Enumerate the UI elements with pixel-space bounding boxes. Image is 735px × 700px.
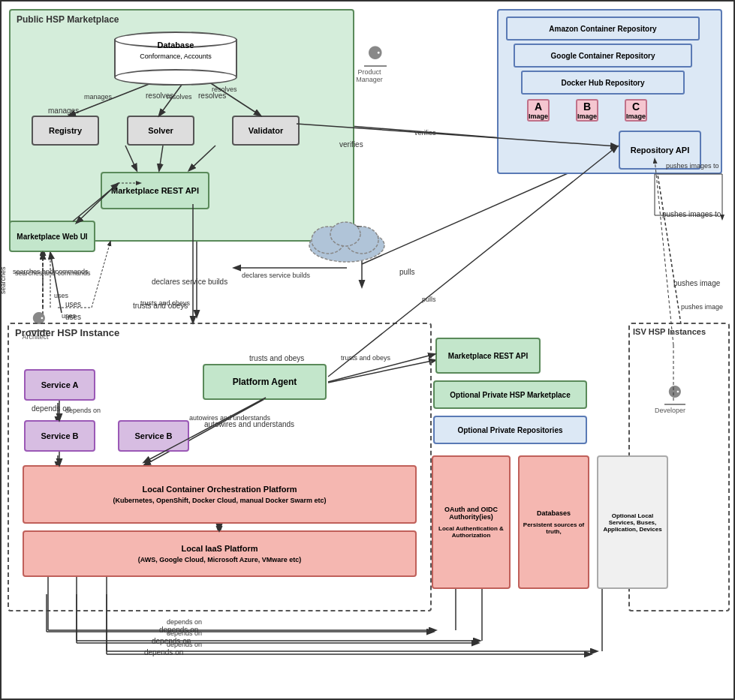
declares-service-builds-label: declares service builds [152, 278, 227, 286]
validator-box: Validator [232, 116, 300, 146]
marketplace-rest-api-2-box: Marketplace REST API [435, 338, 541, 374]
local-container-box: Local Container Orchestration Platform (… [23, 465, 417, 524]
resolves2-label: resolves [198, 92, 226, 100]
trusts-obeys1-label: trusts and obeys [133, 302, 188, 310]
public-hsp-label: Public HSP Marketplace [17, 14, 119, 25]
google-repo-layer: Google Container Repository [514, 44, 692, 68]
image-c-box: C Image [625, 99, 647, 122]
provider-hsp-label: Provider HSP Instance [15, 327, 119, 338]
depends-on1-label: depends on [159, 626, 198, 634]
depends-on3-label: depends on [144, 648, 183, 656]
svg-text:searches: searches [2, 266, 7, 294]
uses1-label: uses [65, 300, 81, 308]
resolves1-label: resolves [146, 92, 173, 100]
solver-box: Solver [127, 116, 194, 146]
svg-point-31 [330, 222, 360, 246]
svg-text:pulls: pulls [422, 296, 436, 303]
region-public-hsp: Public HSP Marketplace Database Conforma… [9, 9, 354, 242]
verifies-label: verifies [339, 140, 363, 149]
marketplace-rest-api-box: Marketplace REST API [101, 172, 209, 209]
pushes-images-to-label: pushes images to [662, 210, 721, 218]
region-container-repos: Amazon Container Repository Google Conta… [497, 9, 722, 174]
searches-commands-label: searches and commands [13, 268, 89, 275]
svg-text:pushes image: pushes image [681, 303, 723, 311]
databases-box: Databases Persistent sources of truth, [518, 455, 589, 589]
cloud-shape [302, 212, 392, 264]
amazon-repo-layer: Amazon Container Repository [506, 17, 700, 41]
database-sublabel: Conformance, Accounts [114, 53, 237, 60]
optional-private-repos-box: Optional Private Repositories [433, 416, 587, 444]
manages-label: manages [48, 107, 79, 115]
service-a-box: Service A [24, 369, 95, 401]
image-a-box: A Image [527, 99, 550, 122]
svg-line-52 [92, 242, 110, 308]
product-manager-person: ⚈ Product Manager [358, 43, 392, 83]
oauth-box: OAuth and OIDC Authority(ies) Local Auth… [432, 455, 511, 589]
optional-local-box: Optional Local Services, Buses, Applicat… [597, 455, 668, 589]
docker-repo-layer: Docker Hub Repository [521, 71, 685, 95]
image-b-box: B Image [576, 99, 598, 122]
marketplace-web-ui-box: Marketplace Web UI [9, 221, 95, 252]
svg-text:depends on: depends on [167, 618, 202, 626]
registry-box: Registry [32, 116, 99, 146]
database-label: Database [114, 41, 237, 50]
repo-api-box: Repository API [619, 131, 701, 170]
developer-person: ⚈ Developer [658, 383, 691, 414]
local-iaas-box: Local IaaS Platform (AWS, Google Cloud, … [23, 530, 417, 577]
database-cylinder: Database Conformance, Accounts [114, 32, 237, 86]
svg-line-72 [655, 159, 673, 345]
depends-on-label: depends on [32, 404, 71, 413]
svg-text:uses: uses [54, 292, 69, 299]
pushes-image-label: pushes image [673, 279, 720, 287]
svg-line-9 [50, 253, 62, 313]
autowires-label: autowires and understands [204, 420, 294, 428]
diagram-container: Public HSP Marketplace Database Conforma… [0, 0, 735, 700]
svg-line-17 [655, 155, 681, 324]
depends-on2-label: depends on [152, 637, 191, 645]
svg-text:declares service builds: declares service builds [242, 272, 311, 279]
optional-private-marketplace-box: Optional Private HSP Marketplace [433, 380, 587, 409]
isv-hsp-label: ISV HSP Instances [633, 327, 706, 336]
svg-text:verifies: verifies [414, 129, 436, 137]
service-b2-box: Service B [118, 420, 189, 452]
service-b-box: Service B [24, 420, 95, 452]
platform-agent-box: Platform Agent [203, 364, 327, 400]
uses2-label: uses [65, 313, 81, 321]
pulls-label: pulls [399, 268, 415, 276]
